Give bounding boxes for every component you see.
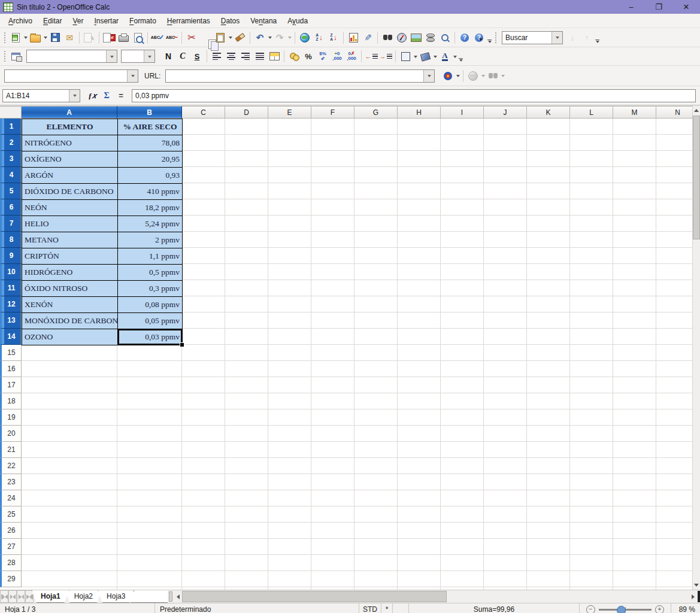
column-header-G[interactable]: G bbox=[354, 106, 398, 119]
zoom-in-icon[interactable]: + bbox=[655, 605, 664, 613]
cell-A8[interactable]: METANO bbox=[22, 232, 118, 248]
chevron-down-icon[interactable] bbox=[423, 70, 434, 82]
row-header-9[interactable]: 9 bbox=[0, 248, 22, 264]
data-sources-button[interactable] bbox=[423, 31, 438, 45]
function-wizard-button[interactable]: ƒ𝑥 bbox=[85, 89, 99, 103]
edit-file-button[interactable]: ✎ bbox=[82, 31, 96, 45]
sheet-info[interactable]: Hoja 1 / 3 bbox=[0, 603, 154, 613]
apply-hyperlink-button[interactable] bbox=[466, 69, 480, 83]
sum-button[interactable]: Σ bbox=[99, 89, 114, 103]
cell-A5[interactable]: DIÓXIDO DE CARBONO bbox=[22, 184, 118, 200]
column-header-N[interactable]: N bbox=[656, 106, 693, 119]
column-header-E[interactable]: E bbox=[268, 106, 311, 119]
row-header-26[interactable]: 26 bbox=[0, 523, 22, 539]
row-header-1[interactable]: 1 bbox=[0, 119, 22, 135]
cut-button[interactable]: ✂ bbox=[184, 31, 199, 45]
vertical-scroll-thumb[interactable] bbox=[693, 116, 700, 239]
column-header-B[interactable]: B bbox=[117, 106, 182, 119]
column-header-I[interactable]: I bbox=[441, 106, 484, 119]
menu-ventana[interactable]: Ventana bbox=[245, 15, 282, 27]
row-header-22[interactable]: 22 bbox=[0, 458, 22, 474]
whats-this-button[interactable]: ?➤ bbox=[472, 31, 486, 45]
decrease-indent-button[interactable]: ← bbox=[364, 49, 378, 63]
formula-input-line[interactable]: 0,03 ppmv bbox=[132, 89, 696, 102]
dropdown-caret-icon[interactable] bbox=[414, 56, 417, 60]
autospellcheck-button[interactable]: ABC~ bbox=[165, 31, 179, 45]
background-color-button[interactable] bbox=[418, 49, 432, 63]
row-header-19[interactable]: 19 bbox=[0, 409, 22, 426]
cell-A11[interactable]: ÓXIDO NITROSO bbox=[22, 281, 118, 297]
find-replace-button[interactable] bbox=[380, 31, 395, 45]
dropdown-caret-icon[interactable] bbox=[434, 56, 437, 60]
tab-split-handle[interactable] bbox=[169, 591, 172, 602]
italic-button[interactable]: C bbox=[175, 49, 190, 63]
toolbar-overflow-icon[interactable] bbox=[487, 40, 492, 47]
scroll-down-icon[interactable] bbox=[693, 581, 700, 590]
cell-A13[interactable]: MONÓXIDO DE CARBONO bbox=[22, 313, 118, 329]
align-center-button[interactable] bbox=[224, 49, 238, 63]
menu-ayuda[interactable]: Ayuda bbox=[282, 15, 313, 27]
page-style[interactable]: Predeterminado bbox=[155, 603, 359, 613]
currency-format-button[interactable] bbox=[287, 49, 301, 63]
column-header-J[interactable]: J bbox=[484, 106, 527, 119]
spellcheck-button[interactable]: ABC✓ bbox=[150, 31, 165, 45]
row-header-7[interactable]: 7 bbox=[0, 216, 22, 232]
row-header-25[interactable]: 25 bbox=[0, 506, 22, 523]
dropdown-caret-icon[interactable] bbox=[44, 37, 47, 41]
scroll-right-icon[interactable] bbox=[689, 590, 698, 603]
increase-indent-button[interactable]: → bbox=[378, 49, 393, 63]
select-all-corner[interactable] bbox=[0, 106, 22, 119]
last-sheet-button[interactable] bbox=[25, 590, 34, 603]
search-input[interactable]: Buscar bbox=[502, 34, 551, 42]
url-combobox[interactable] bbox=[165, 69, 435, 83]
merge-cells-button[interactable] bbox=[267, 49, 281, 63]
cell-A12[interactable]: XENÓN bbox=[22, 297, 118, 313]
column-header-A[interactable]: A bbox=[22, 106, 117, 119]
url-name-combobox[interactable] bbox=[4, 69, 138, 83]
next-sheet-button[interactable] bbox=[17, 590, 25, 603]
undo-button[interactable]: ↶ bbox=[253, 31, 267, 45]
standard-format-button[interactable]: $%⇙ bbox=[316, 49, 330, 63]
formatting-toolbar-overflow-icon[interactable] bbox=[459, 58, 463, 65]
column-header-K[interactable]: K bbox=[527, 106, 570, 119]
zoom-percent[interactable]: 89 % bbox=[671, 603, 700, 613]
row-header-20[interactable]: 20 bbox=[0, 426, 22, 442]
cell-B7[interactable]: 5,24 ppmv bbox=[118, 216, 183, 232]
function-button[interactable]: = bbox=[114, 89, 128, 103]
row-header-10[interactable]: 10 bbox=[0, 264, 22, 280]
menu-herramientas[interactable]: Herramientas bbox=[162, 15, 216, 27]
chevron-down-icon[interactable] bbox=[551, 32, 562, 44]
dropdown-caret-icon[interactable] bbox=[501, 75, 505, 79]
underline-button[interactable]: S bbox=[190, 49, 204, 63]
hyperlink-button[interactable] bbox=[298, 31, 312, 45]
zoom-slider[interactable] bbox=[599, 609, 651, 611]
dropdown-caret-icon[interactable] bbox=[288, 37, 292, 41]
horizontal-scroll-thumb[interactable] bbox=[182, 591, 447, 602]
find-up-button[interactable]: ↑ bbox=[580, 31, 594, 45]
name-box[interactable]: A1:B14 bbox=[2, 89, 80, 102]
draw-functions-button[interactable]: ✎ bbox=[360, 31, 375, 45]
new-document-button[interactable] bbox=[8, 31, 23, 45]
cell-A3[interactable]: OXÍGENO bbox=[22, 151, 118, 168]
row-header-16[interactable]: 16 bbox=[0, 361, 22, 377]
find-toolbar-grip[interactable] bbox=[495, 32, 498, 44]
scroll-left-icon[interactable] bbox=[174, 590, 182, 603]
scrollbar-split-handle[interactable] bbox=[698, 591, 700, 602]
menu-editar[interactable]: Editar bbox=[38, 15, 67, 27]
align-left-button[interactable] bbox=[210, 49, 224, 63]
row-header-23[interactable]: 23 bbox=[0, 474, 22, 490]
row-header-5[interactable]: 5 bbox=[0, 183, 22, 199]
row-header-13[interactable]: 13 bbox=[0, 312, 22, 329]
column-header-H[interactable]: H bbox=[398, 106, 441, 119]
target-frame-button[interactable] bbox=[441, 69, 455, 83]
column-header-M[interactable]: M bbox=[613, 106, 656, 119]
cell-A6[interactable]: NEÓN bbox=[22, 200, 118, 216]
chevron-down-icon[interactable] bbox=[106, 50, 117, 62]
find-toolbar-overflow-icon[interactable] bbox=[595, 40, 599, 47]
selection-sum[interactable]: Suma=99,96 bbox=[409, 603, 579, 613]
column-header-L[interactable]: L bbox=[570, 106, 613, 119]
row-header-24[interactable]: 24 bbox=[0, 490, 22, 506]
cell-B11[interactable]: 0,3 ppmv bbox=[118, 281, 183, 297]
add-decimal-button[interactable]: +0,000 bbox=[330, 49, 344, 63]
cell-A7[interactable]: HELIO bbox=[22, 216, 118, 232]
